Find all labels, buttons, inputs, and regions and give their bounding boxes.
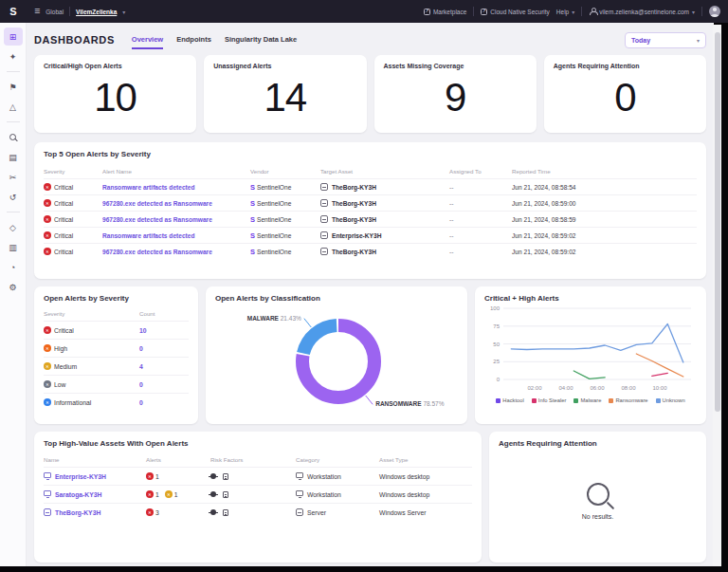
asset-name-link[interactable]: Saratoga-KY3H — [44, 490, 140, 498]
critical-severity-icon: ✕ — [44, 326, 51, 334]
scope-global-label[interactable]: Global — [46, 9, 64, 15]
legend-item[interactable]: Malware — [573, 397, 601, 403]
table-row[interactable]: Saratoga-KY3H ✕ 1 ✕ 1 Workstation Window… — [44, 485, 472, 503]
table-row[interactable]: Enterprise-KY3H ✕ 1 Workstation Windows … — [44, 467, 472, 485]
target-asset-link[interactable]: TheBorg-KY3H — [320, 215, 442, 223]
count-link[interactable]: 0 — [139, 399, 189, 406]
count-link[interactable]: 4 — [139, 363, 189, 370]
count-link[interactable]: 0 — [139, 345, 189, 352]
asset-name-link[interactable]: TheBorg-KY3H — [44, 508, 140, 516]
severity-cell: ✕ Critical — [44, 183, 95, 191]
panel-title: Critical + High Alerts — [484, 294, 697, 303]
table-row[interactable]: ✕ Critical Ransomware artifacts detected… — [44, 227, 697, 243]
stat-card[interactable]: Unassigned Alerts 14 — [204, 55, 366, 133]
severity-label: Critical — [54, 327, 74, 334]
stat-card[interactable]: Assets Missing Coverage 9 — [374, 55, 537, 133]
sidebar-item-docs[interactable]: ▥ — [4, 238, 23, 256]
target-asset-link[interactable]: Enterprise-KY3H — [320, 231, 442, 239]
sidebar-item-settings[interactable]: ⚙ — [4, 278, 23, 296]
asset-label: TheBorg-KY3H — [332, 249, 376, 255]
column-header[interactable]: Severity — [44, 310, 139, 317]
open-alerts-severity-panel: Open Alerts by Severity SeverityCount ✕ … — [34, 286, 198, 424]
alert-name-link[interactable]: Ransomware artifacts detected — [102, 184, 243, 191]
column-header[interactable]: Name — [44, 456, 140, 463]
asset-name-link[interactable]: Enterprise-KY3H — [44, 472, 140, 480]
column-header[interactable]: Alerts — [146, 456, 205, 463]
count-link[interactable]: 0 — [139, 381, 189, 388]
alert-name-link[interactable]: Ransomware artifacts detected — [102, 232, 243, 239]
svg-text:75: 75 — [493, 323, 500, 329]
legend-item[interactable]: Hacktool — [496, 397, 524, 403]
stat-card[interactable]: Critical/High Open Alerts 10 — [34, 55, 196, 133]
sentinelone-logo-icon[interactable]: S — [0, 0, 27, 23]
vertical-scrollbar[interactable] — [713, 25, 721, 566]
tab-singularity-data-lake[interactable]: Singularity Data Lake — [225, 30, 297, 49]
column-header[interactable]: Risk Factors — [210, 456, 290, 463]
sidebar-item-events[interactable]: ▤ — [4, 148, 23, 166]
column-header[interactable]: Vendor — [250, 168, 313, 175]
column-header[interactable]: Target Asset — [320, 168, 442, 175]
column-header[interactable]: Alert Name — [102, 168, 243, 175]
vendor-cell: SSentinelOne — [250, 199, 313, 208]
tab-overview[interactable]: Overview — [132, 30, 163, 49]
column-header[interactable]: Asset Type — [379, 456, 472, 463]
severity-icon: ✕ — [146, 508, 154, 516]
severity-icon: ✕ — [146, 490, 154, 498]
chevron-down-icon[interactable]: ▾ — [122, 9, 125, 15]
column-header[interactable]: Severity — [44, 168, 95, 175]
table-row[interactable]: ✕ Critical 967280.exe detected as Ransom… — [44, 211, 697, 227]
legend-item[interactable]: Ransomware — [609, 397, 647, 403]
legend-swatch — [609, 398, 613, 403]
sidebar-item-reports[interactable]: ◔ — [4, 258, 23, 276]
scrollbar-thumb[interactable] — [715, 32, 720, 412]
critical-high-alerts-panel: Critical + High Alerts 0 25 50 75 10002:… — [475, 286, 706, 424]
sidebar-item-dashboards[interactable]: ⊞ — [4, 28, 23, 46]
donut-chart[interactable]: RANSOMWARE 78.57%MALWARE 21.43% — [215, 303, 458, 415]
target-asset-link[interactable]: TheBorg-KY3H — [320, 199, 442, 207]
column-header[interactable]: Category — [296, 456, 373, 463]
category-cell: Server — [296, 508, 373, 516]
server-icon — [320, 215, 328, 223]
table-row[interactable]: TheBorg-KY3H ✕ 3 Server Windows Server — [44, 503, 472, 521]
column-header[interactable]: Count — [139, 310, 189, 317]
table-row[interactable]: ✕ Critical 967280.exe detected as Ransom… — [44, 243, 697, 259]
alert-name-link[interactable]: 967280.exe detected as Ransomware — [102, 249, 243, 255]
target-asset-link[interactable]: TheBorg-KY3H — [320, 248, 442, 255]
table-row[interactable]: ✕ Critical 967280.exe detected as Ransom… — [44, 194, 697, 211]
column-header[interactable]: Assigned To — [449, 168, 504, 175]
sidebar-item-automation[interactable]: ✂ — [4, 168, 23, 186]
asset-name-label: Enterprise-KY3H — [55, 473, 106, 480]
legend-item[interactable]: Info Stealer — [532, 397, 567, 403]
legend-swatch — [496, 398, 500, 403]
sidebar-item-alerts[interactable]: △ — [4, 98, 23, 116]
time-filter-dropdown[interactable]: Today ▾ — [625, 32, 706, 48]
tab-endpoints[interactable]: Endpoints — [176, 30, 211, 49]
alert-name-link[interactable]: 967280.exe detected as Ransomware — [102, 216, 243, 223]
table-row[interactable]: ✕ Critical Ransomware artifacts detected… — [44, 178, 697, 194]
scope-name-link[interactable]: VilemZelienka — [76, 9, 117, 15]
user-menu[interactable]: vilem.zelienka@sentinelone.com ▾ — [589, 8, 695, 15]
line-chart[interactable]: 0 25 50 75 10002:0004:0006:0008:0010:00 — [484, 303, 697, 396]
stat-card[interactable]: Agents Requiring Attention 0 — [544, 55, 706, 133]
table-header: SeverityCount — [44, 306, 189, 321]
panel-title: Top 5 Open Alerts by Severity — [44, 150, 697, 158]
sidebar-item-incidents[interactable]: ⚑ — [4, 78, 23, 96]
sidebar-item-explore[interactable]: ✦ — [4, 47, 23, 65]
avatar[interactable] — [709, 6, 720, 17]
chevron-down-icon: ▾ — [692, 9, 695, 15]
divider — [701, 7, 702, 16]
marketplace-button[interactable]: Marketplace — [424, 9, 466, 15]
dashboards-icon: ⊞ — [9, 32, 17, 42]
alert-name-link[interactable]: 967280.exe detected as Ransomware — [102, 200, 243, 207]
low-severity-icon: ✕ — [44, 380, 51, 388]
column-header[interactable]: Reported Time — [512, 168, 697, 175]
help-menu[interactable]: Help ▾ — [556, 9, 574, 15]
sidebar-item-activity[interactable]: ↺ — [4, 188, 23, 206]
cloud-native-security-button[interactable]: Cloud Native Security — [481, 9, 550, 15]
sidebar-item-assets[interactable]: ◇ — [4, 218, 23, 236]
sidebar-item-search[interactable] — [4, 128, 23, 146]
legend-item[interactable]: Unknown — [656, 397, 685, 403]
count-link[interactable]: 10 — [139, 327, 189, 334]
alerts-cell: ✕ 1 ✕ 1 — [146, 490, 205, 499]
target-asset-link[interactable]: TheBorg-KY3H — [320, 183, 442, 191]
